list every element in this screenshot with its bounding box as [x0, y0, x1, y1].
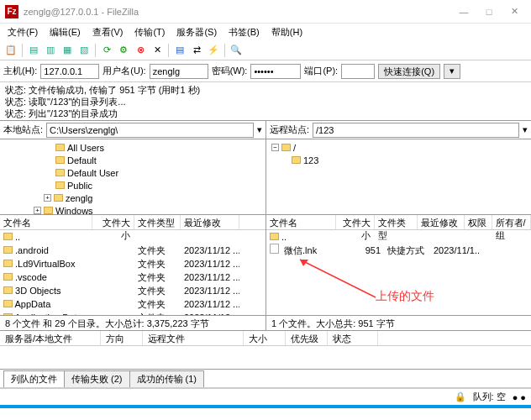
- folder-icon: [3, 313, 13, 315]
- col-size[interactable]: 大小: [244, 331, 286, 345]
- folder-icon: [44, 207, 53, 214]
- folder-icon: [3, 260, 13, 267]
- sync-icon[interactable]: ⚡: [206, 43, 221, 58]
- tree-item[interactable]: zenglg: [66, 193, 92, 203]
- expand-icon[interactable]: +: [44, 194, 51, 202]
- list-item[interactable]: .android文件夹2023/11/12 ...: [0, 244, 266, 257]
- folder-icon: [55, 156, 65, 164]
- layout2-icon[interactable]: ▥: [43, 43, 58, 58]
- local-file-list[interactable]: .. .android文件夹2023/11/12 ... .Ld9Virtual…: [0, 230, 266, 315]
- dropdown-icon[interactable]: ▾: [257, 124, 262, 135]
- tab-queued[interactable]: 列队的文件: [3, 370, 65, 387]
- status-dots: ● ●: [513, 392, 526, 402]
- pass-input[interactable]: [250, 64, 301, 79]
- menu-file[interactable]: 文件(F): [3, 24, 42, 40]
- col-size[interactable]: 文件大小: [336, 215, 375, 229]
- remote-file-list[interactable]: 上传的文件 .. 微信.lnk951快捷方式2023/11/1...: [266, 230, 531, 315]
- quickconnect-dropdown[interactable]: ▾: [444, 64, 460, 79]
- menu-transfer[interactable]: 传输(T): [130, 24, 169, 40]
- folder-icon: [292, 156, 301, 164]
- col-prio[interactable]: 优先级: [286, 331, 328, 345]
- remote-site-label: 远程站点:: [270, 123, 309, 136]
- collapse-icon[interactable]: −: [271, 144, 279, 151]
- local-status: 8 个文件 和 29 个目录。大小总计: 3,375,223 字节: [0, 315, 266, 330]
- message-log[interactable]: 状态: 文件传输成功, 传输了 951 字节 (用时1 秒) 状态: 读取"/1…: [0, 82, 531, 121]
- col-perm[interactable]: 权限: [465, 215, 492, 229]
- list-item[interactable]: ..: [266, 230, 531, 244]
- list-item[interactable]: ..: [0, 230, 266, 244]
- quickconnect-button[interactable]: 快速连接(Q): [378, 64, 440, 79]
- folder-icon: [270, 233, 279, 240]
- user-input[interactable]: [150, 64, 208, 79]
- local-path-input[interactable]: [46, 123, 254, 138]
- col-dir[interactable]: 方向: [101, 331, 143, 345]
- sitemanager-icon[interactable]: 📋: [3, 43, 18, 58]
- local-tree[interactable]: All UsersDefaultDefault UserPublic+zengl…: [0, 139, 266, 215]
- tab-failed[interactable]: 传输失败 (2): [64, 370, 130, 387]
- folder-icon: [281, 144, 291, 151]
- filter-icon[interactable]: ▤: [172, 43, 187, 58]
- compare-icon[interactable]: ⇄: [189, 43, 204, 58]
- pass-label: 密码(W):: [212, 65, 248, 77]
- col-type[interactable]: 文件类型: [134, 215, 181, 229]
- menu-help[interactable]: 帮助(H): [267, 24, 307, 40]
- log-line: 状态: 读取"/123"的目录列表...: [5, 96, 526, 108]
- menu-server[interactable]: 服务器(S): [172, 24, 221, 40]
- menu-edit[interactable]: 编辑(E): [45, 24, 85, 40]
- folder-icon: [55, 144, 65, 151]
- cancel-icon[interactable]: ⊗: [133, 43, 148, 58]
- col-date[interactable]: 最近修改: [418, 215, 465, 229]
- col-status[interactable]: 状态: [328, 331, 378, 345]
- close-button[interactable]: ✕: [502, 3, 526, 20]
- port-input[interactable]: [341, 64, 375, 79]
- folder-icon: [3, 286, 13, 294]
- queue-tabs: 列队的文件 传输失败 (2) 成功的传输 (1): [0, 370, 531, 388]
- host-input[interactable]: [40, 64, 99, 79]
- col-remote[interactable]: 远程文件: [143, 331, 244, 345]
- transfer-queue[interactable]: 服务器/本地文件 方向 远程文件 大小 优先级 状态: [0, 331, 531, 370]
- col-server[interactable]: 服务器/本地文件: [0, 331, 101, 345]
- process-icon[interactable]: ⚙: [116, 43, 131, 58]
- maximize-button[interactable]: □: [477, 3, 501, 20]
- refresh-icon[interactable]: ⟳: [99, 43, 114, 58]
- remote-list-header: 文件名 文件大小 文件类型 最近修改 权限 所有者/组: [266, 215, 531, 230]
- disconnect-icon[interactable]: ✕: [150, 43, 165, 58]
- col-owner[interactable]: 所有者/组: [492, 215, 531, 229]
- layout3-icon[interactable]: ▦: [60, 43, 75, 58]
- layout4-icon[interactable]: ▧: [76, 43, 92, 58]
- tree-item[interactable]: Default: [67, 155, 97, 165]
- col-type[interactable]: 文件类型: [375, 215, 418, 229]
- tree-item[interactable]: /: [293, 143, 296, 153]
- queue-status: 队列: 空: [473, 391, 506, 403]
- dropdown-icon[interactable]: ▾: [523, 124, 528, 135]
- tree-item[interactable]: All Users: [67, 143, 104, 153]
- list-item[interactable]: .Ld9VirtualBox文件夹2023/11/12 ...: [0, 257, 266, 270]
- expand-icon[interactable]: +: [34, 207, 41, 214]
- list-item[interactable]: .vscode文件夹2023/11/12 ...: [0, 270, 266, 284]
- svg-marker-1: [300, 260, 308, 266]
- col-date[interactable]: 最近修改: [181, 215, 239, 229]
- tree-item[interactable]: Public: [67, 181, 92, 191]
- menu-view[interactable]: 查看(V): [88, 24, 128, 40]
- tree-item[interactable]: Default User: [67, 168, 118, 178]
- list-item[interactable]: 微信.lnk951快捷方式2023/11/1...: [266, 244, 531, 257]
- col-name[interactable]: 文件名: [266, 215, 336, 229]
- minimize-button[interactable]: —: [452, 3, 476, 20]
- col-size[interactable]: 文件大小: [92, 215, 134, 229]
- list-item[interactable]: Application Data文件夹2023/11/12 ...: [0, 311, 266, 315]
- remote-tree[interactable]: −/ 123: [266, 139, 531, 215]
- list-item[interactable]: AppData文件夹2023/11/12 ...: [0, 297, 266, 311]
- menu-bookmarks[interactable]: 书签(B): [224, 24, 264, 40]
- layout1-icon[interactable]: ▤: [26, 43, 41, 58]
- list-item[interactable]: 3D Objects文件夹2023/11/12 ...: [0, 284, 266, 297]
- search-icon[interactable]: 🔍: [229, 43, 244, 58]
- tree-item[interactable]: Windows: [55, 206, 93, 216]
- tab-successful[interactable]: 成功的传输 (1): [129, 370, 205, 387]
- tree-item[interactable]: 123: [303, 155, 318, 165]
- app-icon: Fz: [5, 5, 18, 18]
- remote-path-input[interactable]: [313, 123, 519, 138]
- quickconnect-bar: 主机(H): 用户名(U): 密码(W): 端口(P): 快速连接(Q) ▾: [0, 60, 531, 82]
- toolbar: 📋 ▤ ▥ ▦ ▧ ⟳ ⚙ ⊗ ✕ ▤ ⇄ ⚡ 🔍: [0, 40, 531, 60]
- remote-status: 1 个文件。大小总共: 951 字节: [266, 315, 531, 330]
- col-name[interactable]: 文件名: [0, 215, 92, 229]
